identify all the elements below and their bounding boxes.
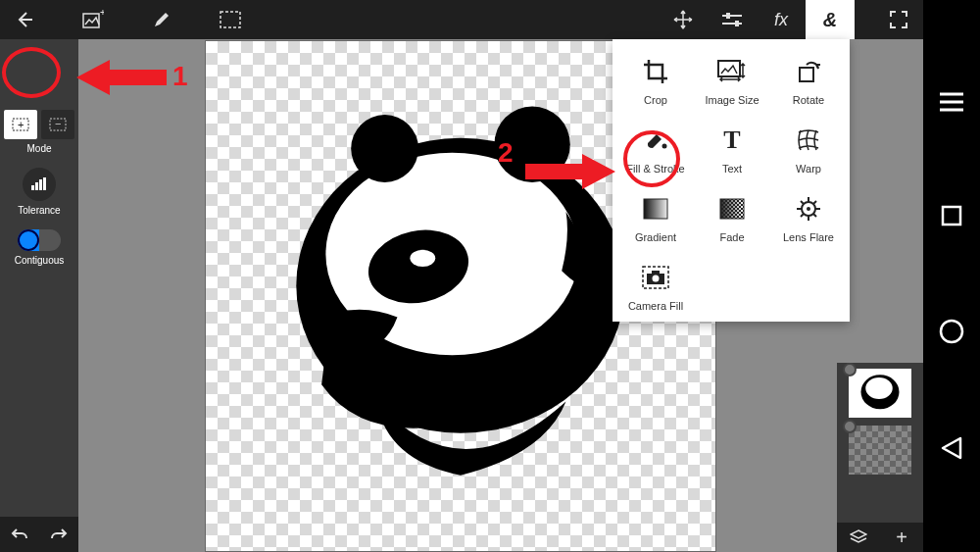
image-tools-menu: Crop Image Size Rotate Fill & Stroke T T… [612, 39, 850, 322]
layer-thumb-1[interactable] [849, 369, 911, 418]
contiguous-label: Contiguous [0, 255, 78, 266]
layer-visibility-dot[interactable] [843, 420, 857, 433]
svg-point-19 [410, 249, 435, 266]
menu-item-crop[interactable]: Crop [618, 55, 693, 106]
svg-point-21 [865, 377, 893, 399]
image-menu-button[interactable]: & [806, 0, 855, 39]
adjust-button[interactable] [708, 0, 757, 39]
tolerance-label: Tolerance [0, 205, 78, 216]
menu-item-fill-stroke[interactable]: Fill & Stroke [618, 124, 693, 175]
svg-rect-11 [35, 182, 38, 190]
menu-item-rotate[interactable]: Rotate [771, 55, 846, 106]
redo-button[interactable] [39, 517, 78, 552]
menu-item-fade[interactable]: Fade [695, 192, 769, 243]
svg-rect-34 [652, 271, 660, 275]
text-icon: T [715, 124, 749, 157]
svg-rect-23 [800, 68, 813, 81]
mode-subtract[interactable]: − [41, 110, 74, 139]
marquee-button[interactable] [206, 0, 255, 39]
fullscreen-button[interactable] [874, 0, 923, 39]
layer-visibility-dot[interactable] [843, 363, 857, 376]
undo-redo-bar [0, 517, 78, 552]
svg-rect-12 [39, 179, 42, 190]
svg-rect-36 [943, 207, 960, 225]
tool-options-sidebar: + − Mode Tolerance Contiguous [0, 39, 78, 552]
system-recent-button[interactable] [941, 436, 962, 460]
tolerance-button[interactable] [23, 168, 56, 201]
menu-item-image-size[interactable]: Image Size [695, 55, 769, 106]
svg-rect-13 [43, 177, 46, 190]
mode-add[interactable]: + [4, 110, 37, 139]
svg-text:−: − [55, 118, 61, 129]
svg-rect-10 [31, 185, 34, 190]
svg-rect-2 [220, 12, 240, 27]
contiguous-toggle[interactable] [18, 229, 61, 251]
menu-item-lens-flare[interactable]: Lens Flare [771, 192, 846, 243]
system-back-button[interactable] [940, 204, 963, 227]
menu-item-camera-fill[interactable]: Camera Fill [618, 261, 693, 312]
svg-rect-25 [644, 199, 667, 219]
fill-stroke-icon [639, 124, 672, 157]
svg-point-31 [807, 207, 810, 211]
add-image-button[interactable]: + [69, 0, 118, 39]
svg-point-17 [494, 106, 569, 181]
system-home-button[interactable] [939, 319, 964, 344]
layers-button[interactable] [837, 523, 880, 552]
svg-point-24 [662, 144, 667, 149]
svg-rect-22 [718, 61, 740, 76]
rotate-icon [792, 55, 825, 88]
crop-icon [639, 55, 672, 88]
warp-icon [792, 124, 825, 157]
layer-thumb-background[interactable] [849, 426, 911, 475]
draw-button[interactable] [137, 0, 186, 39]
add-layer-button[interactable]: + [880, 523, 923, 552]
svg-rect-4 [735, 21, 739, 26]
image-size-icon [715, 55, 749, 88]
menu-item-gradient[interactable]: Gradient [618, 192, 693, 243]
undo-button[interactable] [0, 517, 39, 552]
menu-item-warp[interactable]: Warp [771, 124, 846, 175]
lens-flare-icon [792, 192, 825, 226]
svg-point-16 [351, 115, 418, 182]
layers-panel: + [837, 363, 923, 552]
fade-icon [715, 192, 749, 226]
menu-item-text[interactable]: T Text [695, 124, 769, 175]
svg-rect-3 [726, 13, 730, 19]
camera-fill-icon [639, 261, 672, 294]
mode-tabs: + − [0, 110, 78, 139]
canvas-artwork [250, 85, 671, 507]
system-menu-button[interactable] [939, 92, 964, 112]
svg-point-37 [941, 321, 962, 342]
move-tool-button[interactable] [659, 0, 708, 39]
mode-label: Mode [0, 143, 78, 154]
fx-button[interactable]: fx [757, 0, 806, 39]
svg-rect-29 [720, 199, 744, 219]
system-nav-bar [923, 0, 980, 552]
back-button[interactable] [0, 0, 49, 39]
top-toolbar: + fx & [0, 0, 923, 39]
svg-text:+: + [18, 119, 24, 130]
svg-text:+: + [100, 10, 104, 18]
svg-point-35 [653, 276, 660, 282]
gradient-icon [639, 192, 672, 226]
